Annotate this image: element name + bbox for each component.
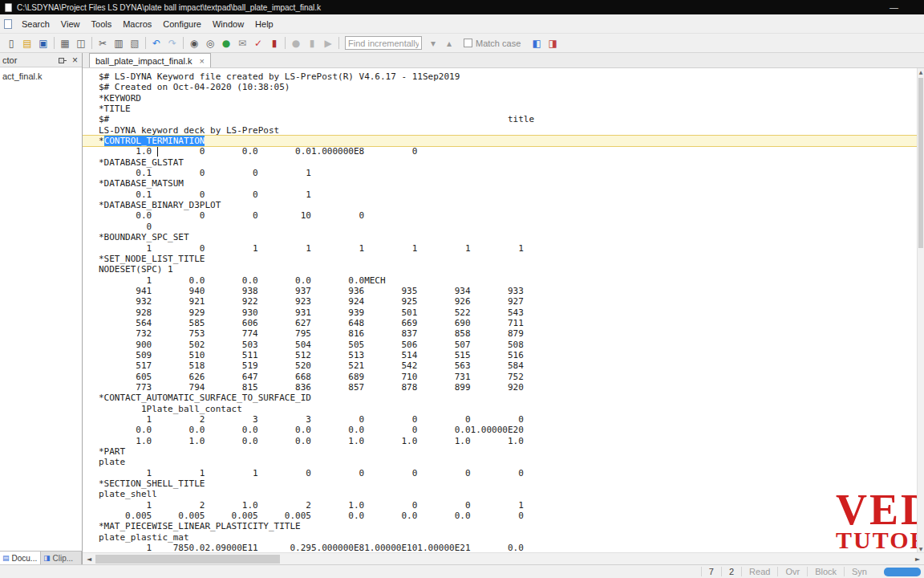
sidebar-bottom-tab[interactable]: ▤Docu... [0, 552, 41, 564]
tab-close-icon[interactable]: × [199, 56, 204, 66]
code-line[interactable]: 509 510 511 512 513 514 515 516 [83, 350, 917, 360]
code-line[interactable]: plate_plastic_mat [83, 532, 917, 543]
code-line[interactable]: *KEYWORD [83, 93, 917, 104]
dictionary-icon[interactable]: ▮ [266, 36, 282, 51]
code-line[interactable]: *SET_NODE_LIST_TITLE [83, 254, 917, 264]
code-line[interactable]: 1 7850.02.09000E11 0.295.000000E81.00000… [83, 543, 917, 552]
browse-web-icon[interactable]: ● [218, 36, 234, 51]
code-line[interactable]: $# Created on Oct-04-2020 (10:38:05) [83, 82, 917, 92]
copy-icon[interactable]: ▥ [111, 36, 127, 51]
code-line[interactable]: plate_shell [83, 489, 917, 499]
code-line[interactable]: $# LS-DYNA Keyword file created by LS-Pr… [83, 71, 917, 82]
paste-icon[interactable]: ▧ [127, 36, 143, 51]
find-icon[interactable]: ◉ [186, 36, 202, 51]
code-line[interactable]: 928 929 930 931 939 501 522 543 [83, 307, 917, 318]
code-line[interactable]: *MAT_PIECEWISE_LINEAR_PLASTICITY_TITLE [83, 521, 917, 531]
code-line[interactable]: *DATABASE_MATSUM [83, 178, 917, 189]
mail-icon[interactable]: ✉ [234, 36, 250, 51]
minimize-button[interactable]: — [890, 2, 898, 12]
tab-ball-plate-impact-final[interactable]: ball_plate_impact_final.k × [89, 53, 211, 67]
code-line[interactable]: *DATABASE_GLSTAT [83, 157, 917, 168]
open-folder-icon[interactable]: ▤ [19, 36, 35, 51]
incremental-find-input[interactable] [345, 36, 422, 50]
menu-window[interactable]: Window [207, 16, 249, 32]
code-line[interactable]: 1 0.0 0.0 0.0 0.0MECH [83, 275, 917, 286]
horizontal-scroll-thumb[interactable] [95, 555, 280, 564]
code-line[interactable]: 1 2 1.0 2 1.0 0 0 1 [83, 500, 917, 511]
replace-icon[interactable]: ◎ [202, 36, 218, 51]
undo-icon[interactable]: ↶ [148, 36, 164, 51]
code-line[interactable]: 0.0 0.0 0.0 0.0 0.0 0 0.01.00000E20 [83, 425, 917, 435]
redo-icon[interactable]: ↷ [164, 36, 180, 51]
status-ovr[interactable]: Ovr [777, 567, 807, 576]
code-line[interactable]: *CONTROL_TERMINATION [83, 136, 917, 146]
code-line[interactable]: NODESET(SPC) 1 [83, 264, 917, 275]
scroll-left-icon[interactable]: ◄ [83, 556, 95, 563]
sidebar-close-icon[interactable]: × [71, 56, 79, 64]
code-line[interactable]: *BOUNDARY_SPC_SET [83, 232, 917, 242]
code-line[interactable]: plate [83, 457, 917, 467]
code-line[interactable]: 1.0 1.0 0.0 0.0 1.0 1.0 1.0 1.0 [83, 436, 917, 446]
code-line[interactable]: 1 1 1 0 0 0 0 0 [83, 468, 917, 478]
code-line[interactable]: *DATABASE_BINARY_D3PLOT [83, 200, 917, 210]
document-selector-icon[interactable]: ◧ [529, 36, 545, 51]
macro-pause-icon[interactable]: ▮ [304, 36, 320, 51]
scroll-down-icon[interactable]: ▼ [918, 546, 924, 552]
code-line[interactable]: 1 0 1 1 1 1 1 1 [83, 243, 917, 254]
match-case-checkbox[interactable] [464, 39, 472, 47]
cut-icon[interactable]: ✂ [95, 36, 111, 51]
print-icon[interactable]: ▦ [57, 36, 73, 51]
code-line[interactable]: 1Plate_ball_contact [83, 404, 917, 414]
vertical-scrollbar[interactable]: ▲ ▼ [917, 68, 924, 552]
menu-search[interactable]: Search [16, 16, 55, 32]
code-line[interactable]: LS-DYNA keyword deck by LS-PrePost [83, 125, 917, 136]
code-line[interactable]: 1 2 3 3 0 0 0 0 [83, 414, 917, 425]
menu-macros[interactable]: Macros [117, 16, 157, 32]
code-line[interactable]: 732 753 774 795 816 837 858 879 [83, 328, 917, 339]
code-line[interactable]: 0 [83, 222, 917, 232]
menu-tools[interactable]: Tools [86, 16, 118, 32]
clip-library-icon[interactable]: ◨ [545, 36, 561, 51]
spell-check-icon[interactable]: ✓ [250, 36, 266, 51]
text-editor[interactable]: $# LS-DYNA Keyword file created by LS-Pr… [83, 68, 917, 552]
code-line[interactable]: 932 921 922 923 924 925 926 927 [83, 296, 917, 307]
statusbar-scroll-thumb[interactable] [884, 568, 921, 576]
macro-play-icon[interactable]: ▶ [320, 36, 336, 51]
code-line[interactable]: *TITLE [83, 104, 917, 114]
code-line[interactable]: $# title [83, 114, 917, 124]
horizontal-scrollbar[interactable]: ◄ ► [83, 552, 924, 564]
code-line[interactable]: 1.0 0 0.0 0.01.000000E8 0 [83, 146, 917, 157]
find-up-icon[interactable]: ▴ [441, 36, 457, 51]
save-icon[interactable]: ▣ [35, 36, 51, 51]
status-block[interactable]: Block [807, 567, 844, 576]
menu-help[interactable]: Help [249, 16, 279, 32]
code-line[interactable]: *CONTACT_AUTOMATIC_SURFACE_TO_SURFACE_ID [83, 393, 917, 403]
code-line[interactable]: *SECTION_SHELL_TITLE [83, 478, 917, 489]
scroll-right-icon[interactable]: ► [911, 556, 924, 563]
find-down-icon[interactable]: ▾ [425, 36, 441, 51]
code-line[interactable]: 0.1 0 0 1 [83, 168, 917, 178]
code-line[interactable]: 564 585 606 627 648 669 690 711 [83, 318, 917, 328]
sidebar-item-file[interactable]: act_final.k [2, 71, 79, 82]
code-line[interactable]: 900 502 503 504 505 506 507 508 [83, 340, 917, 350]
horizontal-scroll-track[interactable] [280, 555, 911, 564]
code-line[interactable]: *PART [83, 446, 917, 457]
status-read[interactable]: Read [741, 567, 777, 576]
menu-view[interactable]: View [55, 16, 86, 32]
menu-configure[interactable]: Configure [157, 16, 207, 32]
new-document-icon[interactable]: ▯ [3, 36, 19, 51]
code-line[interactable]: 0.0 0 0 10 0 [83, 210, 917, 221]
scroll-up-icon[interactable]: ▲ [918, 69, 924, 75]
pin-icon[interactable] [58, 55, 67, 64]
sidebar-bottom-tab[interactable]: ◨Clip... [41, 552, 82, 564]
code-line[interactable]: 0.005 0.005 0.005 0.005 0.0 0.0 0.0 0 [83, 511, 917, 521]
code-line[interactable]: 773 794 815 836 857 878 899 920 [83, 382, 917, 393]
print-preview-icon[interactable]: ◫ [73, 36, 89, 51]
code-line[interactable]: 517 518 519 520 521 542 563 584 [83, 360, 917, 371]
code-line[interactable]: 0.1 0 0 1 [83, 189, 917, 200]
code-line[interactable]: 941 940 938 937 936 935 934 933 [83, 286, 917, 296]
status-syn[interactable]: Syn [844, 567, 874, 576]
vertical-scroll-thumb[interactable] [918, 78, 923, 248]
macro-record-icon[interactable]: ● [288, 36, 304, 51]
code-line[interactable]: 605 626 647 668 689 710 731 752 [83, 372, 917, 382]
